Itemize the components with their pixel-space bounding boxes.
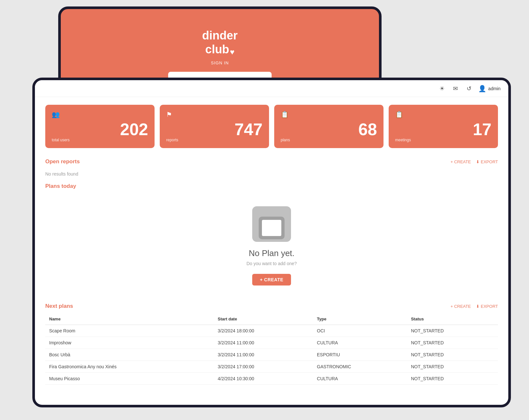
next-plans-create-link[interactable]: + CREATE (450, 304, 471, 309)
user-avatar-icon: 👤 (478, 85, 486, 92)
stat-reports-label: reports (166, 138, 263, 142)
stat-reports-value: 747 (166, 121, 263, 138)
username-label: admin (488, 86, 501, 91)
mail-icon[interactable]: ✉ (451, 84, 460, 93)
empty-icon-inner (259, 217, 285, 239)
table-row[interactable]: Improshow 3/2/2024 11:00:00 CULTURA NOT_… (45, 337, 498, 349)
user-menu[interactable]: 👤 admin (478, 85, 501, 92)
empty-icon-screen (262, 220, 281, 236)
open-reports-title: Open reports (45, 158, 80, 165)
next-plans-table: Name Start date Type Status Scape Room 3… (45, 313, 498, 385)
cell-start-date: 3/2/2024 17:00:00 (214, 361, 313, 373)
table-row[interactable]: Scape Room 3/2/2024 18:00:00 OCI NOT_STA… (45, 325, 498, 337)
open-reports-header: Open reports + CREATE ⬇ EXPORT (45, 158, 498, 165)
no-results-text: No results found (45, 169, 498, 183)
plans-icon: 📋 (281, 111, 289, 118)
empty-icon-box (252, 206, 291, 242)
main-content: 👥 202 total users ⚑ 747 reports 📋 68 pla… (35, 97, 508, 405)
cell-type: CULTURA (313, 337, 407, 349)
plans-today-header: Plans today (45, 183, 498, 189)
cell-type: ESPORTIU (313, 349, 407, 361)
col-type: Type (313, 313, 407, 325)
logo-dinder: dinder (202, 28, 238, 42)
stat-card-top-meetings: 📋 (395, 111, 491, 118)
stat-plans-label: plans (281, 138, 377, 142)
empty-plan-title: No Plan yet. (249, 248, 295, 258)
open-reports-export-link[interactable]: ⬇ EXPORT (476, 159, 498, 164)
stat-card-top-users: 👥 (52, 111, 148, 118)
table-row[interactable]: Fira Gastronomica Any nou Xinés 3/2/2024… (45, 361, 498, 373)
stat-card-top-reports: ⚑ (166, 111, 263, 118)
cell-type: OCI (313, 325, 407, 337)
create-plan-button[interactable]: + CREATE (252, 274, 291, 285)
cell-status: NOT_STARTED (407, 361, 498, 373)
next-plans-header: Next plans + CREATE ⬇ EXPORT (45, 303, 498, 309)
col-name: Name (45, 313, 214, 325)
table-header: Name Start date Type Status (45, 313, 498, 325)
cell-start-date: 3/2/2024 18:00:00 (214, 325, 313, 337)
stat-card-reports: ⚑ 747 reports (160, 105, 269, 148)
brightness-icon[interactable]: ☀ (437, 84, 447, 93)
reports-icon: ⚑ (166, 111, 172, 118)
col-start-date: Start date (214, 313, 313, 325)
cell-start-date: 3/2/2024 11:00:00 (214, 337, 313, 349)
cell-name: Fira Gastronomica Any nou Xinés (45, 361, 214, 373)
refresh-icon[interactable]: ↺ (465, 84, 474, 93)
cell-name: Scape Room (45, 325, 214, 337)
sign-in-label: SIGN IN (211, 60, 229, 65)
cell-type: GASTRONOMIC (313, 361, 407, 373)
stat-card-meetings: 📋 17 meetings (389, 105, 498, 148)
open-reports-create-link[interactable]: + CREATE (450, 159, 471, 164)
cell-status: NOT_STARTED (407, 325, 498, 337)
stat-card-plans: 📋 68 plans (274, 105, 383, 148)
logo-heart-icon: ♥ (230, 48, 234, 57)
cell-status: NOT_STARTED (407, 349, 498, 361)
logo-club: club (205, 43, 229, 56)
cell-name: Museu Picasso (45, 373, 214, 385)
next-plans-title: Next plans (45, 303, 73, 309)
users-icon: 👥 (52, 111, 60, 118)
logo: dinder club♥ (202, 28, 238, 57)
table-row[interactable]: Museu Picasso 4/2/2024 10:30:00 CULTURA … (45, 373, 498, 385)
meetings-icon: 📋 (395, 111, 403, 118)
table-row[interactable]: Bosc Urbà 3/2/2024 11:00:00 ESPORTIU NOT… (45, 349, 498, 361)
cell-start-date: 3/2/2024 11:00:00 (214, 349, 313, 361)
next-plans-section: Next plans + CREATE ⬇ EXPORT Name Start … (45, 303, 498, 385)
table-body: Scape Room 3/2/2024 18:00:00 OCI NOT_STA… (45, 325, 498, 385)
cell-name: Bosc Urbà (45, 349, 214, 361)
cell-start-date: 4/2/2024 10:30:00 (214, 373, 313, 385)
col-status: Status (407, 313, 498, 325)
stats-row: 👥 202 total users ⚑ 747 reports 📋 68 pla… (45, 105, 498, 148)
plans-today-title: Plans today (45, 183, 76, 189)
cell-status: NOT_STARTED (407, 373, 498, 385)
topbar: ☀ ✉ ↺ 👤 admin (35, 80, 508, 97)
stat-meetings-label: meetings (395, 138, 491, 142)
stat-meetings-value: 17 (395, 121, 491, 138)
cell-status: NOT_STARTED (407, 337, 498, 349)
stat-card-users: 👥 202 total users (45, 105, 155, 148)
open-reports-actions: + CREATE ⬇ EXPORT (450, 159, 498, 164)
next-plans-export-link[interactable]: ⬇ EXPORT (476, 304, 498, 309)
cell-name: Improshow (45, 337, 214, 349)
stat-users-value: 202 (52, 121, 148, 138)
next-plans-actions: + CREATE ⬇ EXPORT (450, 304, 498, 309)
dashboard-tablet: ☀ ✉ ↺ 👤 admin 👥 202 total users ⚑ 747 (32, 78, 511, 407)
cell-type: CULTURA (313, 373, 407, 385)
empty-plan-subtitle: Do you want to add one? (246, 261, 297, 266)
empty-state: No Plan yet. Do you want to add one? + C… (45, 193, 498, 295)
stat-plans-value: 68 (281, 121, 377, 138)
stat-users-label: total users (52, 138, 148, 142)
stat-card-top-plans: 📋 (281, 111, 377, 118)
